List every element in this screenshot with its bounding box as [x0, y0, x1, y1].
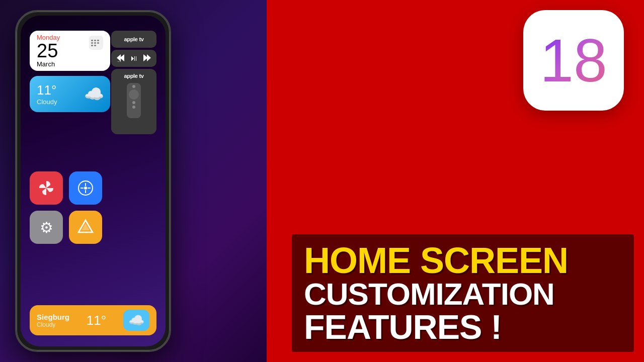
- calendar-icon: [89, 36, 103, 50]
- remote-icon: [127, 83, 141, 118]
- phone-frame: Monday 25 March: [15, 10, 171, 352]
- app-icon-pinwheel[interactable]: [30, 171, 63, 205]
- svg-rect-1: [91, 40, 93, 41]
- controls-cluster: apple tv 60 ⏯: [111, 31, 156, 134]
- svg-text:60: 60: [117, 61, 121, 62]
- play-pause-button[interactable]: ⏯: [130, 54, 138, 63]
- calendar-month: March: [37, 60, 103, 68]
- skip-fwd-button[interactable]: [141, 54, 152, 63]
- svg-rect-3: [97, 40, 99, 41]
- skip-back-button[interactable]: 60: [115, 54, 126, 63]
- calendar-widget: Monday 25 March: [30, 31, 110, 71]
- remote-appletv-label: apple tv: [124, 73, 143, 79]
- app-grid: ⚙: [30, 171, 102, 244]
- svg-rect-2: [94, 40, 96, 41]
- bottom-weather-bar: Siegburg Cloudy 11° ☁️: [30, 305, 156, 335]
- svg-rect-5: [94, 42, 96, 44]
- main-scene: Monday 25 March: [0, 0, 644, 362]
- bottom-cloud-icon: ☁️: [123, 310, 149, 331]
- title-line2: CUSTOMIZATION: [304, 279, 622, 310]
- bottom-temperature: 11°: [87, 313, 106, 328]
- ios18-icon: 18: [523, 10, 624, 111]
- svg-rect-4: [91, 42, 93, 44]
- remote-dot-3: [132, 106, 135, 109]
- app-icon-compass[interactable]: [69, 171, 102, 205]
- svg-rect-7: [91, 45, 93, 46]
- title-block: HOME SCREEN CUSTOMIZATION FEATURES !: [292, 234, 634, 352]
- phone-screen: Monday 25 March: [21, 16, 166, 346]
- remote-dot-1: [132, 85, 135, 88]
- weather-cloud-icon: ☁️: [84, 84, 104, 104]
- svg-rect-8: [94, 45, 96, 46]
- remote-dot-2: [132, 101, 135, 104]
- ios18-number: 18: [540, 30, 607, 90]
- apple-tv-remote: apple tv: [111, 69, 156, 134]
- media-controls-row: 60 ⏯: [111, 50, 156, 67]
- appletv-label: apple tv: [124, 36, 143, 42]
- remote-pad: [129, 89, 139, 100]
- gear-icon: ⚙: [40, 219, 53, 236]
- app-icon-settings[interactable]: ⚙: [30, 211, 63, 244]
- title-line1: HOME SCREEN: [304, 242, 622, 279]
- ios18-container: 18: [523, 10, 624, 111]
- apple-tv-button[interactable]: apple tv: [111, 31, 156, 48]
- bottom-city: Siegburg: [37, 313, 69, 321]
- bottom-condition: Cloudy: [37, 321, 69, 328]
- title-line3: FEATURES !: [304, 310, 622, 344]
- bottom-location: Siegburg Cloudy: [37, 313, 69, 328]
- app-icon-drive[interactable]: [69, 211, 102, 244]
- weather-widget: 11° Cloudy ☁️: [30, 76, 110, 112]
- svg-point-11: [84, 187, 87, 190]
- svg-rect-6: [97, 42, 99, 44]
